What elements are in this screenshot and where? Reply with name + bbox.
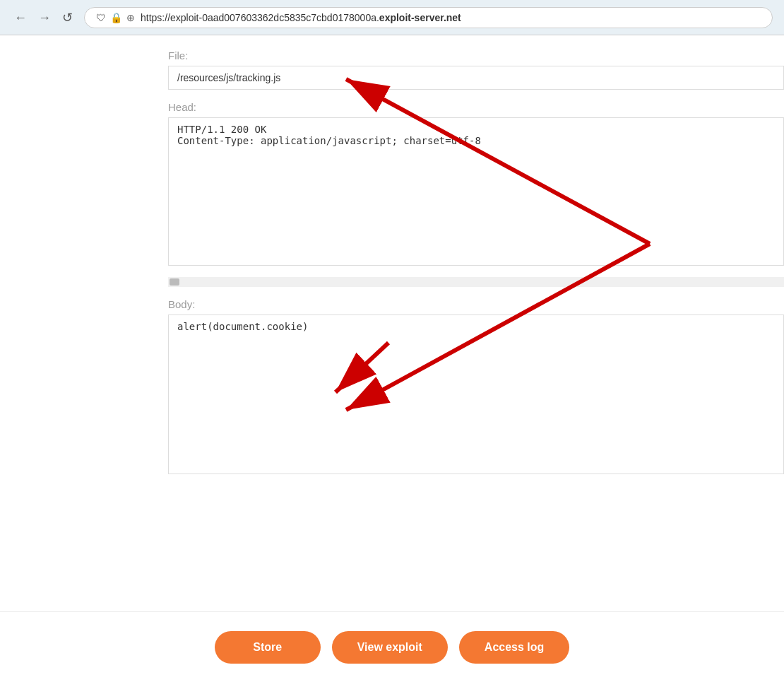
url-domain: exploit-server.net [379,12,461,23]
file-input[interactable] [168,66,784,90]
bottom-bar: Store View exploit Access log [0,611,784,682]
forward-button[interactable]: → [35,8,54,27]
head-textarea[interactable] [168,117,784,266]
head-label: Head: [168,101,784,113]
security-icons: 🛡 🔒 ⊕ [96,12,135,23]
page-content: File: Head: Body: [0,35,784,500]
store-button[interactable]: Store [215,631,321,664]
scrollbar-thumb[interactable] [170,278,179,286]
file-section: File: [168,49,784,90]
head-section: Head: [168,101,784,266]
shield-icon: 🛡 [96,12,106,23]
access-log-button[interactable]: Access log [459,631,569,664]
file-label: File: [168,49,784,61]
address-bar[interactable]: 🛡 🔒 ⊕ https://exploit-0aad007603362dc583… [84,7,773,28]
url-text: https://exploit-0aad007603362dc5835c7cbd… [141,12,461,23]
view-exploit-button[interactable]: View exploit [332,631,448,664]
reload-button[interactable]: ↺ [59,8,76,27]
body-textarea[interactable] [168,314,784,474]
scrollbar[interactable] [168,277,784,287]
nav-buttons: ← → ↺ [11,8,76,27]
url-prefix: https://exploit-0aad007603362dc5835c7cbd… [141,12,379,23]
body-label: Body: [168,298,784,310]
lock-icon: 🔒 [110,12,122,23]
body-section: Body: [168,298,784,474]
browser-chrome: ← → ↺ 🛡 🔒 ⊕ https://exploit-0aad00760336… [0,0,784,35]
back-button[interactable]: ← [11,8,30,27]
info-icon: ⊕ [126,12,135,23]
